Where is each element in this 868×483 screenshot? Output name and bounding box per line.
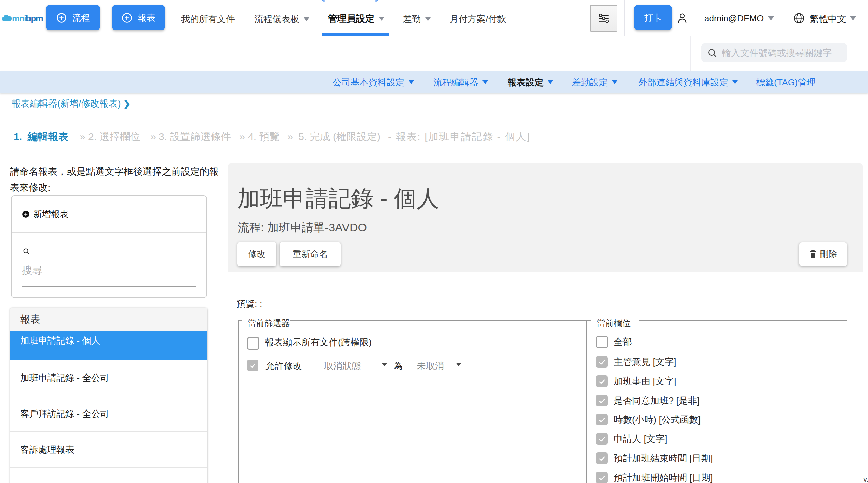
svg-text:mni: mni — [12, 13, 26, 23]
svg-text:bpm: bpm — [26, 13, 43, 23]
